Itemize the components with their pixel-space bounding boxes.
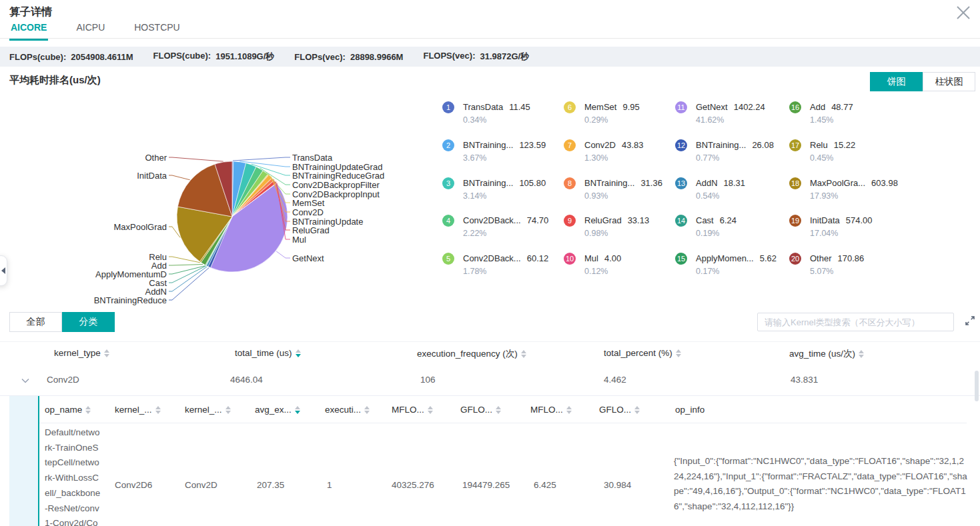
legend-item-Mul[interactable]: 10Mul4.000.12%	[564, 252, 621, 276]
legend-rank-badge: 11	[675, 101, 687, 113]
bar-chart-button[interactable]: 柱状图	[923, 72, 975, 91]
legend-percent: 0.17%	[696, 267, 777, 276]
table-row-conv2d[interactable]: Conv2D 4646.04 106 4.462 43.831	[0, 365, 980, 396]
col-mflops-2[interactable]: MFLO...	[530, 405, 572, 415]
page-title: 算子详情	[9, 5, 52, 19]
sort-icon[interactable]	[364, 406, 370, 414]
col-gflops-1[interactable]: GFLO...	[460, 405, 501, 415]
legend-label: BNTraining...	[463, 178, 513, 188]
sort-icon[interactable]	[428, 406, 433, 414]
legend-rank-badge: 20	[789, 253, 801, 265]
sort-icon[interactable]	[85, 406, 91, 414]
sort-icon[interactable]	[496, 406, 501, 414]
legend-item-BNTrainingReduceGrad[interactable]: 3BNTraining...105.803.14%	[442, 177, 546, 201]
legend-item-MemSet[interactable]: 6MemSet9.950.29%	[564, 101, 640, 125]
legend-percent: 0.77%	[696, 153, 774, 163]
col-kernel-name[interactable]: kernel_...	[115, 405, 161, 415]
legend-item-InitData[interactable]: 19InitData574.0017.04%	[789, 214, 873, 238]
legend-value: 170.86	[838, 253, 865, 263]
pie-label-AddN: AddN	[145, 287, 167, 297]
col-total-percent[interactable]: total_percent (%)	[604, 348, 681, 358]
cell-mflops-2: 6.425	[534, 480, 556, 490]
nested-op-table: op_name kernel_... kernel_... avg_ex... …	[39, 396, 973, 526]
legend-item-Conv2D[interactable]: 7Conv2D43.831.30%	[564, 139, 644, 163]
sort-icon[interactable]	[155, 406, 161, 414]
filter-all-button[interactable]: 全部	[9, 312, 62, 332]
legend-item-ReluGrad[interactable]: 9ReluGrad33.130.98%	[564, 214, 649, 238]
sort-icon[interactable]	[521, 350, 526, 358]
pie-chart-button[interactable]: 饼图	[870, 72, 923, 91]
sort-icon[interactable]	[859, 350, 864, 358]
sort-icon[interactable]	[225, 406, 231, 414]
sort-icon-active[interactable]	[295, 406, 300, 414]
scrollbar-thumb[interactable]	[975, 371, 979, 401]
pie-label-Relu: Relu	[149, 252, 167, 262]
legend-value: 105.80	[519, 178, 546, 188]
filter-category-button[interactable]: 分类	[62, 312, 115, 332]
col-execution-frequency[interactable]: execution_frequency (次)	[417, 348, 526, 360]
cell-execution: 1	[327, 480, 332, 490]
legend-item-AddN[interactable]: 13AddN18.310.54%	[675, 177, 745, 201]
sidebar-collapse-handle[interactable]	[0, 255, 7, 286]
legend-percent: 17.93%	[810, 191, 898, 201]
operator-details-dialog: 算子详情 AICORE AICPU HOSTCPU FLOPs(cube):20…	[0, 0, 980, 526]
kernel-search-input[interactable]	[757, 313, 954, 331]
legend-label: TransData	[463, 102, 503, 112]
chart-type-toggle: 饼图 柱状图	[870, 72, 975, 91]
legend-value: 1402.24	[734, 102, 765, 112]
legend-item-BNTrainingUpdateGrad[interactable]: 2BNTraining...123.593.67%	[442, 139, 546, 163]
pie-label-BNTrainingReduce: BNTrainingReduce	[94, 295, 167, 305]
legend-item-TransData[interactable]: 1TransData11.450.34%	[442, 101, 530, 125]
legend-item-Conv2DBackpropInput[interactable]: 5Conv2DBack...60.121.78%	[442, 252, 548, 276]
legend-item-Other[interactable]: 20Other170.865.07%	[789, 252, 864, 276]
sort-icon[interactable]	[566, 406, 572, 414]
legend-value: 9.95	[622, 102, 639, 112]
legend-value: 43.83	[622, 140, 644, 150]
pie-label-InitData: InitData	[137, 171, 167, 181]
legend-item-Conv2DBackpropFilter[interactable]: 4Conv2DBack...74.702.22%	[442, 214, 548, 238]
fullscreen-icon[interactable]	[964, 315, 976, 327]
legend-item-BNTrainingUpdate[interactable]: 8BNTraining...31.360.93%	[564, 177, 662, 201]
sort-icon-active[interactable]	[296, 349, 301, 357]
legend-item-Relu[interactable]: 17Relu15.220.45%	[789, 139, 855, 163]
cell-avg-exec: 207.35	[257, 480, 284, 490]
col-execution[interactable]: executi...	[325, 405, 370, 415]
legend-item-Cast[interactable]: 14Cast6.240.19%	[675, 214, 737, 238]
sort-icon[interactable]	[104, 349, 109, 357]
legend-label: Add	[810, 102, 825, 112]
legend-item-ApplyMomentumD[interactable]: 15ApplyMomen...5.620.17%	[675, 252, 777, 276]
legend-percent: 3.67%	[463, 153, 546, 163]
pie-leader-line	[169, 175, 190, 180]
stat-flops-cube-rate: FLOPS(cube):1951.1089G/秒	[153, 51, 275, 63]
col-gflops-2[interactable]: GFLO...	[599, 405, 640, 415]
legend-item-BNTrainingReduce[interactable]: 12BNTraining...26.080.77%	[675, 139, 774, 163]
legend-rank-badge: 6	[564, 101, 576, 113]
legend-item-MaxPoolGrad[interactable]: 18MaxPoolGra...603.9817.93%	[789, 177, 898, 201]
col-mflops-1[interactable]: MFLO...	[392, 405, 433, 415]
close-icon[interactable]	[955, 4, 972, 21]
legend-label: InitData	[810, 215, 840, 225]
legend-rank-badge: 13	[675, 177, 687, 189]
col-total-time[interactable]: total_time (us)	[235, 348, 301, 358]
legend-label: BNTraining...	[696, 140, 746, 150]
chevron-down-icon[interactable]	[21, 378, 29, 383]
legend-percent: 0.98%	[584, 229, 649, 238]
legend-percent: 0.54%	[696, 191, 745, 201]
legend-percent: 0.34%	[463, 115, 530, 125]
legend-rank-badge: 15	[675, 253, 687, 265]
sort-icon[interactable]	[676, 349, 681, 357]
legend-item-Add[interactable]: 16Add48.771.45%	[789, 101, 853, 125]
col-kernel-type[interactable]: kernel_type	[54, 348, 109, 358]
col-kernel-type2[interactable]: kernel_...	[185, 405, 231, 415]
col-avg-exec[interactable]: avg_ex...	[255, 405, 300, 415]
legend-item-GetNext[interactable]: 11GetNext1402.2441.62%	[675, 101, 765, 125]
legend-rank-badge: 3	[442, 177, 454, 189]
legend-rank-badge: 18	[789, 177, 801, 189]
pie-chart: TransDataBNTrainingUpdateGradBNTrainingR…	[0, 93, 454, 320]
legend-label: AddN	[696, 178, 718, 188]
col-avg-time[interactable]: avg_time (us/次)	[789, 348, 864, 360]
stat-flops-vec-rate: FLOPS(vec):31.9872G/秒	[423, 51, 529, 63]
legend-value: 15.22	[834, 140, 856, 150]
sort-icon[interactable]	[634, 406, 640, 414]
col-op-name[interactable]: op_name	[45, 405, 91, 415]
